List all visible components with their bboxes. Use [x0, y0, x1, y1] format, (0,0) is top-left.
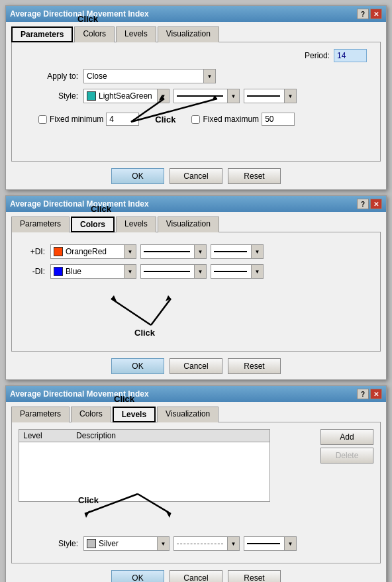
di-plus-line-value	[141, 251, 194, 252]
reset-button-2[interactable]: Reset	[228, 358, 281, 374]
di-plus-line-arrow: ▼	[194, 245, 206, 258]
buttons-row-1: OK Cancel Reset	[11, 168, 381, 184]
cancel-button-2[interactable]: Cancel	[170, 358, 222, 374]
di-plus-color-dropdown[interactable]: OrangeRed ▼	[50, 244, 136, 259]
tab-panel-1: Period: Apply to: Close ▼ Style: LightSe…	[11, 42, 381, 162]
tab-parameters-1[interactable]: Parameters	[11, 26, 73, 42]
close-button-2[interactable]: ✕	[370, 199, 382, 209]
apply-to-dropdown[interactable]: Close ▼	[83, 69, 216, 83]
ok-button-1[interactable]: OK	[111, 168, 164, 184]
di-minus-line-arrow: ▼	[194, 265, 206, 278]
tab-colors-1[interactable]: Colors	[74, 26, 115, 42]
click-label-1: Click	[77, 14, 98, 24]
click-label-2: Click	[91, 204, 111, 214]
di-minus-width-dropdown[interactable]: ▼	[211, 264, 264, 279]
close-button-1[interactable]: ✕	[370, 9, 382, 19]
tab-levels-3[interactable]: Levels	[113, 407, 156, 422]
buttons-row-3: OK Cancel Reset	[11, 570, 381, 582]
di-plus-width-line	[214, 251, 247, 252]
tab-colors-3[interactable]: Colors	[71, 407, 111, 422]
period-row: Period:	[19, 49, 373, 62]
delete-button[interactable]: Delete	[320, 448, 373, 463]
di-plus-line	[144, 251, 190, 252]
svg-line-6	[151, 299, 171, 325]
tab-parameters-3[interactable]: Parameters	[11, 407, 70, 422]
cancel-button-1[interactable]: Cancel	[170, 168, 222, 184]
style-width-dropdown-3[interactable]: ▼	[244, 536, 297, 551]
add-button[interactable]: Add	[320, 429, 373, 445]
style-label-3: Style:	[19, 539, 78, 548]
di-plus-width-arrow: ▼	[251, 245, 263, 258]
desc-col-header: Description	[76, 431, 266, 440]
level-col-header: Level	[23, 431, 76, 440]
di-plus-width-dropdown[interactable]: ▼	[211, 244, 264, 259]
style-color-dropdown-3[interactable]: Silver ▼	[83, 536, 170, 551]
style-line-value-3	[174, 544, 227, 544]
di-minus-color-value: Blue	[51, 267, 124, 276]
style-line-dropdown-3[interactable]: ▼	[173, 536, 240, 551]
titlebar-buttons-1: ? ✕	[357, 9, 382, 19]
help-button-2[interactable]: ?	[357, 199, 369, 209]
di-minus-color-dropdown[interactable]: Blue ▼	[50, 264, 136, 279]
period-input[interactable]	[334, 49, 367, 62]
arrows-svg-3	[72, 487, 336, 520]
arrows-svg-2: Click	[85, 285, 350, 338]
arrows-svg-1	[58, 89, 323, 128]
tab-colors-2[interactable]: Colors	[71, 217, 115, 232]
tab-levels-1[interactable]: Levels	[116, 26, 156, 42]
style-width-value-3	[244, 543, 284, 544]
cancel-button-3[interactable]: Cancel	[170, 570, 222, 582]
ok-button-2[interactable]: OK	[111, 358, 164, 374]
di-minus-width-arrow: ▼	[251, 265, 263, 278]
dialog-levels: Average Directional Movement Index ? ✕ C…	[5, 385, 387, 582]
di-minus-width-line	[214, 271, 247, 272]
tabs-1: Parameters Colors Levels Visualization	[11, 26, 381, 42]
di-minus-line-value	[141, 271, 194, 272]
reset-button-3[interactable]: Reset	[228, 570, 281, 582]
di-plus-row: +DI: OrangeRed ▼ ▼	[19, 244, 373, 259]
titlebar-3: Average Directional Movement Index ? ✕	[6, 386, 386, 402]
ok-button-3[interactable]: OK	[111, 570, 164, 582]
di-plus-color-value: OrangeRed	[51, 247, 124, 256]
di-plus-label: +DI:	[19, 247, 45, 256]
di-minus-arrow: ▼	[124, 265, 136, 278]
style-line-arrow-3: ▼	[227, 537, 239, 550]
dialog-colors: Average Directional Movement Index ? ✕ C…	[5, 195, 387, 380]
tabs-3: Parameters Colors Levels Visualization	[11, 406, 381, 422]
style-color-arrow-3: ▼	[157, 537, 169, 550]
help-button-1[interactable]: ?	[357, 9, 369, 19]
tab-visualization-3[interactable]: Visualization	[157, 407, 219, 422]
svg-marker-10	[85, 510, 90, 518]
period-label: Period:	[305, 51, 330, 60]
di-plus-line-dropdown[interactable]: ▼	[140, 244, 207, 259]
width-line-3	[247, 543, 280, 544]
close-button-3[interactable]: ✕	[370, 389, 382, 399]
reset-button-1[interactable]: Reset	[228, 168, 281, 184]
style-width-arrow-3: ▼	[284, 537, 296, 550]
levels-header: Level Description	[19, 430, 270, 442]
fixed-min-checkbox[interactable]	[38, 115, 47, 124]
svg-line-0	[131, 99, 164, 122]
di-minus-line-dropdown[interactable]: ▼	[140, 264, 207, 279]
titlebar-buttons-2: ? ✕	[357, 199, 382, 209]
titlebar-1: Average Directional Movement Index ? ✕	[6, 6, 386, 22]
tabs-2: Parameters Colors Levels Visualization	[11, 216, 381, 232]
apply-to-label: Apply to:	[19, 72, 78, 81]
tab-parameters-2[interactable]: Parameters	[11, 217, 70, 232]
svg-line-4	[111, 299, 151, 325]
style-color-value-3: Silver	[84, 539, 157, 548]
style-color-swatch-3	[87, 539, 96, 548]
di-plus-width-value	[211, 251, 251, 252]
di-plus-arrow: ▼	[124, 245, 136, 258]
tab-visualization-2[interactable]: Visualization	[158, 217, 219, 232]
dialog-content-1: Click Parameters Colors Levels Visualiza…	[6, 22, 386, 189]
click-label-3: Click	[114, 394, 134, 404]
help-button-3[interactable]: ?	[357, 389, 369, 399]
di-minus-row: -DI: Blue ▼ ▼	[19, 264, 373, 279]
buttons-row-2: OK Cancel Reset	[11, 358, 381, 374]
tab-visualization-1[interactable]: Visualization	[158, 26, 219, 42]
titlebar-buttons-3: ? ✕	[357, 389, 382, 399]
tab-levels-2[interactable]: Levels	[116, 217, 156, 232]
dialog-content-3: Click Parameters Colors Levels Visualiza…	[6, 402, 386, 582]
tab-panel-2: +DI: OrangeRed ▼ ▼	[11, 232, 381, 352]
